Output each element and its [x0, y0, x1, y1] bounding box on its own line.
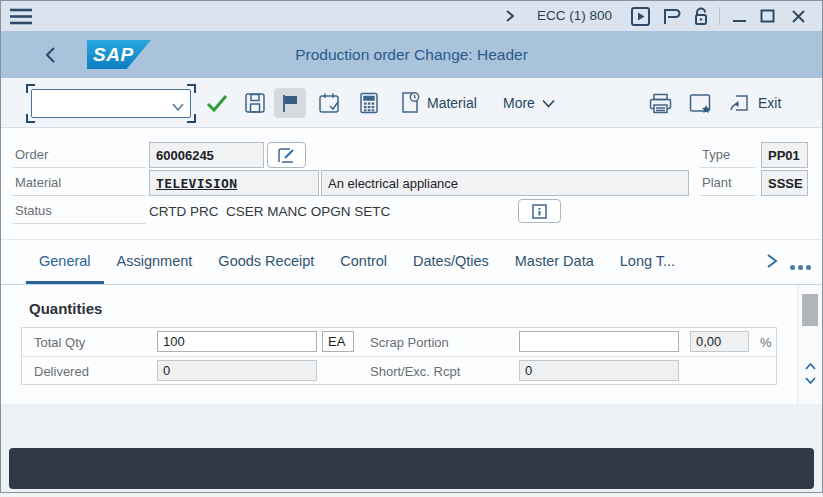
exit-button[interactable]: Exit: [758, 78, 781, 128]
chevron-down-icon: [542, 95, 555, 111]
focus-bracket: [187, 84, 196, 93]
material-button[interactable]: Material: [399, 78, 477, 128]
save-button[interactable]: [242, 90, 268, 116]
toolbar: Material More Exit: [1, 78, 822, 128]
tab-general[interactable]: General: [26, 240, 104, 284]
material-link-field[interactable]: TELEVISION: [149, 170, 319, 196]
material-label: Material: [13, 170, 146, 196]
tab-long-text[interactable]: Long T...: [607, 240, 688, 284]
calendar-check-button[interactable]: [316, 90, 342, 116]
command-field-wrapper: [31, 89, 191, 118]
focus-bracket: [26, 114, 35, 123]
scrap-unit-label: %: [760, 328, 772, 356]
type-label: Type: [700, 142, 755, 168]
title-bar: SAP Production order Change: Header: [1, 31, 822, 78]
confirm-check-button[interactable]: [204, 90, 230, 116]
close-button[interactable]: [790, 7, 808, 25]
page-title: Production order Change: Header: [1, 46, 822, 64]
material-description-field[interactable]: An electrical appliance: [321, 170, 689, 196]
type-field[interactable]: PP01: [761, 142, 808, 168]
sap-gui-screen: ECC (1) 800 SAP Production order Change:…: [0, 0, 823, 497]
quantities-section-title: Quantities: [29, 300, 102, 317]
quantities-row-1: Total Qty Scrap Portion 0,00 %: [22, 328, 776, 357]
sessions-flag-icon[interactable]: [662, 7, 682, 26]
scrollbar-thumb[interactable]: [802, 294, 818, 326]
material-button-label: Material: [427, 95, 477, 111]
more-label: More: [503, 95, 535, 111]
tab-master-data[interactable]: Master Data: [502, 240, 607, 284]
total-qty-label: Total Qty: [34, 328, 85, 356]
tab-goods-receipt[interactable]: Goods Receipt: [205, 240, 327, 284]
minimize-button[interactable]: [731, 7, 749, 25]
focus-bracket: [26, 84, 35, 93]
tab-assignment[interactable]: Assignment: [104, 240, 206, 284]
new-session-button[interactable]: [687, 90, 713, 116]
menu-icon[interactable]: [10, 8, 32, 25]
session-label: ECC (1) 800: [537, 8, 612, 23]
flag-button[interactable]: [274, 88, 306, 118]
tab-strip: General Assignment Goods Receipt Control…: [1, 240, 822, 285]
tab-dates-qties[interactable]: Dates/Qties: [400, 240, 502, 284]
delivered-label: Delivered: [34, 357, 89, 385]
exit-label: Exit: [758, 95, 781, 111]
print-button[interactable]: [647, 90, 673, 116]
short-exc-label: Short/Exc. Rcpt: [370, 357, 460, 385]
more-menu-button[interactable]: More: [503, 78, 555, 128]
scrap-readonly-field: 0,00: [690, 331, 749, 352]
general-tab-content: Quantities Total Qty Scrap Portion 0,00 …: [1, 285, 797, 404]
plant-field[interactable]: SSSE: [761, 170, 808, 196]
status-bar: [9, 448, 814, 489]
scroll-down-icon[interactable]: [804, 371, 817, 389]
quantities-row-2: Delivered 0 Short/Exc. Rcpt 0: [22, 357, 776, 385]
create-shortcut-button[interactable]: [726, 90, 752, 116]
plant-label: Plant: [700, 170, 755, 196]
scrap-portion-label: Scrap Portion: [370, 328, 449, 356]
command-input[interactable]: [31, 89, 191, 118]
tab-overflow-icon[interactable]: [790, 265, 811, 270]
unlock-icon[interactable]: [693, 7, 709, 26]
material-doc-clock-icon: [399, 91, 420, 116]
quantities-groupbox: Total Qty Scrap Portion 0,00 % Delivered…: [21, 327, 777, 385]
focus-bracket: [187, 114, 196, 123]
gui-scripting-icon[interactable]: [631, 7, 650, 26]
system-bar: ECC (1) 800: [1, 1, 822, 31]
status-info-button[interactable]: [518, 199, 561, 223]
total-qty-input[interactable]: [157, 331, 317, 352]
order-field[interactable]: 60006245: [149, 142, 264, 168]
calculator-button[interactable]: [356, 90, 382, 116]
delivered-field: 0: [157, 360, 317, 381]
order-label: Order: [13, 142, 146, 168]
tab-scroll-right-icon[interactable]: [765, 253, 779, 273]
vertical-scrollbar[interactable]: [797, 285, 822, 404]
total-qty-unit-input[interactable]: [322, 331, 354, 352]
divider: [719, 7, 720, 25]
chevron-right-icon[interactable]: [504, 9, 516, 23]
edit-order-button[interactable]: [267, 142, 306, 168]
tab-control[interactable]: Control: [327, 240, 400, 284]
maximize-button[interactable]: [759, 7, 777, 25]
order-header-form: Order 60006245 Type PP01 Material TELEVI…: [1, 128, 822, 240]
short-exc-field: 0: [519, 360, 679, 381]
status-label: Status: [13, 198, 146, 224]
status-value: CRTD PRC CSER MANC OPGN SETC: [149, 198, 390, 224]
sap-window: ECC (1) 800 SAP Production order Change:…: [0, 0, 823, 493]
scrap-portion-input[interactable]: [519, 331, 679, 352]
